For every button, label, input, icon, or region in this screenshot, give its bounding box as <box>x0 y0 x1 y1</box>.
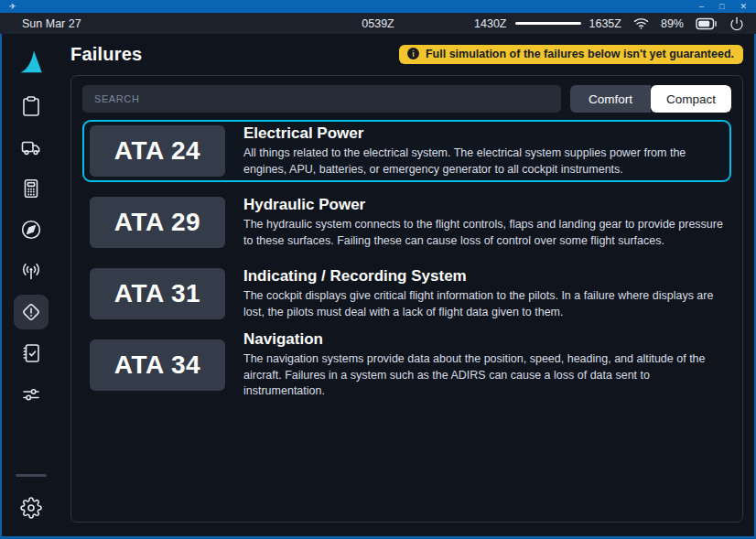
failure-card-ata31[interactable]: ATA 31 Indicating / Recording System The… <box>82 263 731 325</box>
failure-title: Hydraulic Power <box>243 196 724 214</box>
failures-page: Failures i Full simulation of the failur… <box>60 34 754 536</box>
info-icon: i <box>407 48 419 59</box>
sidebar-item-navigation[interactable] <box>14 212 49 247</box>
flight-schedule: 1430Z 1635Z <box>474 17 621 30</box>
sidebar-divider <box>16 474 47 477</box>
failures-panel: Comfort Compact ATA 24 Electrical Power … <box>70 75 743 523</box>
sliders-icon <box>20 383 42 405</box>
gear-icon <box>20 497 42 519</box>
sidebar-item-settings[interactable] <box>14 490 49 525</box>
checklist-icon <box>20 342 42 364</box>
ata-chapter-badge: ATA 31 <box>90 268 225 319</box>
tailfin-logo[interactable] <box>17 48 45 81</box>
close-button[interactable]: ✕ <box>740 3 747 11</box>
minimize-button[interactable]: – <box>699 3 704 11</box>
failure-card-list: ATA 24 Electrical Power All things relat… <box>82 120 731 396</box>
sidebar-item-failures[interactable] <box>14 295 49 329</box>
sidebar-item-performance[interactable] <box>14 171 49 206</box>
failure-description: The cockpit displays give critical fligh… <box>243 288 724 321</box>
os-titlebar: ✈ – □ ✕ <box>0 0 756 13</box>
failure-title: Indicating / Recording System <box>243 267 724 286</box>
sidebar-item-checklists[interactable] <box>14 336 49 371</box>
calculator-icon <box>20 178 42 199</box>
warning-banner-text: Full simulation of the failures below is… <box>426 48 734 60</box>
sidebar <box>2 34 60 536</box>
status-date: Sun Mar 27 <box>22 17 81 30</box>
view-mode-toggle: Comfort Compact <box>570 85 731 113</box>
truck-icon <box>20 136 42 158</box>
app-window: ✈ – □ ✕ Sun Mar 27 0539Z 1430Z 1635Z <box>0 0 756 539</box>
view-comfort-button[interactable]: Comfort <box>570 85 651 113</box>
sidebar-item-ground[interactable] <box>14 130 49 165</box>
schedule-end-time: 1635Z <box>589 17 621 30</box>
flight-progress-bar <box>515 22 581 25</box>
sidebar-item-atc[interactable] <box>14 253 49 288</box>
page-title: Failures <box>70 44 142 65</box>
warning-banner: i Full simulation of the failures below … <box>399 45 743 64</box>
status-utc-time: 0539Z <box>362 17 394 30</box>
search-input[interactable] <box>82 85 561 113</box>
sidebar-item-dashboard[interactable] <box>14 89 49 124</box>
power-icon[interactable] <box>729 16 744 31</box>
diamond-exclamation-icon <box>20 301 42 323</box>
ata-chapter-badge: ATA 34 <box>90 340 225 391</box>
failure-card-ata29[interactable]: ATA 29 Hydraulic Power The hydraulic sys… <box>82 191 731 253</box>
schedule-start-time: 1430Z <box>474 17 506 30</box>
compass-icon <box>20 219 42 241</box>
airplane-icon: ✈ <box>9 3 16 11</box>
battery-icon <box>696 17 718 30</box>
broadcast-icon <box>20 260 42 282</box>
failure-card-ata24[interactable]: ATA 24 Electrical Power All things relat… <box>82 120 731 182</box>
maximize-button[interactable]: □ <box>719 3 724 11</box>
view-compact-button[interactable]: Compact <box>651 85 731 113</box>
failure-title: Electrical Power <box>243 124 724 143</box>
clipboard-icon <box>20 95 42 117</box>
failure-card-ata34[interactable]: ATA 34 Navigation The navigation systems… <box>82 334 731 396</box>
wifi-icon <box>633 16 649 30</box>
ata-chapter-badge: ATA 29 <box>90 197 225 248</box>
efb-statusbar: Sun Mar 27 0539Z 1430Z 1635Z 89% <box>0 13 756 34</box>
failure-description: The hydraulic system connects to the fli… <box>243 217 724 250</box>
failure-description: The navigation systems provide data abou… <box>243 351 724 400</box>
battery-percent: 89% <box>661 17 684 30</box>
ata-chapter-badge: ATA 24 <box>90 125 225 177</box>
sidebar-item-presets[interactable] <box>14 377 49 412</box>
failure-description: All things related to the electrical sys… <box>243 146 724 178</box>
failure-title: Navigation <box>243 330 724 349</box>
